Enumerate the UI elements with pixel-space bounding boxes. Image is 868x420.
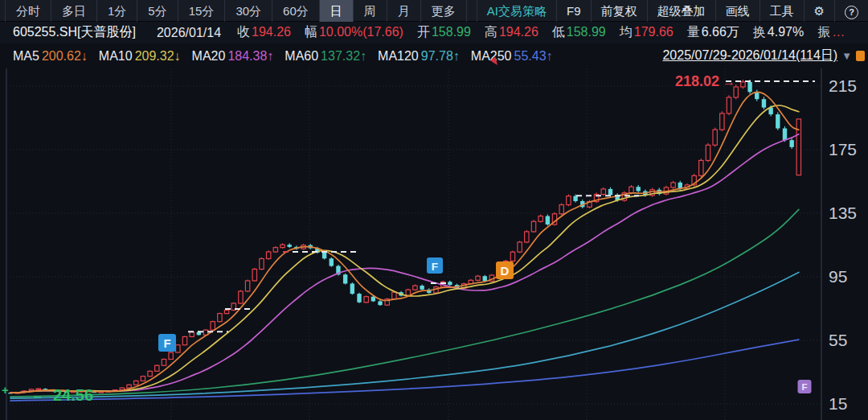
ma-legend-bar: MA5200.62↓MA10209.32↓MA20184.38↑MA60137.… bbox=[0, 43, 868, 68]
candle-body bbox=[280, 245, 285, 248]
tool-draw-line[interactable]: 画线 bbox=[715, 0, 760, 22]
period-tabs: 分时多日1分5分15分30分60分日周月更多 bbox=[0, 0, 467, 22]
candle-body bbox=[252, 270, 256, 281]
settings-gear-icon[interactable]: ⚙ bbox=[804, 0, 834, 22]
tool-forward-adjust[interactable]: 前复权 bbox=[591, 0, 647, 22]
candle-body bbox=[476, 276, 480, 280]
quote-field-amplitude: 振… bbox=[817, 24, 845, 41]
candle-body bbox=[720, 113, 724, 130]
candle-body bbox=[776, 114, 780, 128]
candle-body bbox=[176, 345, 180, 352]
candle-body bbox=[127, 385, 131, 388]
help-icon[interactable]: ? bbox=[834, 0, 868, 22]
ma60-value: MA60137.32↑ bbox=[285, 49, 366, 64]
candle-body bbox=[637, 187, 641, 191]
period-toolbar: 分时多日1分5分15分30分60分日周月更多 AI交易策略F9前复权超级叠加画线… bbox=[0, 0, 868, 22]
candle-body bbox=[182, 336, 186, 344]
candle-body bbox=[330, 258, 334, 266]
candle-body bbox=[706, 145, 710, 160]
candle-body bbox=[601, 189, 605, 195]
candle-body bbox=[559, 205, 563, 214]
candlestick-chart[interactable]: 215175135955515FFDF218.02→24.56←+ bbox=[0, 68, 868, 420]
quote-field-high: 高194.26 bbox=[485, 24, 538, 41]
candle-body bbox=[789, 140, 793, 147]
tab-15min[interactable]: 15分 bbox=[178, 0, 226, 22]
candle-body bbox=[747, 82, 751, 92]
signal-badge-letter: F bbox=[432, 261, 438, 273]
tool-ai-strategy[interactable]: AI交易策略 bbox=[477, 0, 556, 22]
tool-tools[interactable]: 工具 bbox=[760, 0, 804, 22]
price-annotation: + bbox=[2, 383, 9, 397]
candle-body bbox=[371, 297, 375, 302]
ma120-value: MA12097.78↑ bbox=[378, 49, 460, 64]
quote-field-low: 低158.99 bbox=[552, 24, 606, 41]
chevron-down-icon[interactable]: ▼ bbox=[841, 50, 852, 62]
tool-f9[interactable]: F9 bbox=[556, 0, 591, 22]
tab-30min[interactable]: 30分 bbox=[225, 0, 272, 22]
quote-field-volume: 量6.66万 bbox=[687, 24, 739, 41]
candle-body bbox=[573, 196, 577, 201]
y-axis-label: 95 bbox=[829, 267, 847, 286]
candle-body bbox=[266, 252, 270, 258]
candle-body bbox=[197, 332, 201, 336]
candle-body bbox=[273, 248, 277, 252]
signal-badge-letter: D bbox=[501, 264, 510, 278]
candle-body bbox=[510, 252, 514, 261]
candle-body bbox=[392, 292, 396, 299]
y-axis-label: 135 bbox=[829, 204, 857, 222]
candle-body bbox=[169, 352, 173, 359]
tab-duori[interactable]: 多日 bbox=[51, 0, 97, 22]
signal-badge-letter: F bbox=[801, 382, 807, 392]
candle-body bbox=[796, 119, 800, 175]
y-axis-label: 175 bbox=[829, 140, 857, 159]
candle-body bbox=[525, 232, 529, 242]
candle-body bbox=[671, 183, 675, 187]
tab-1min[interactable]: 1分 bbox=[97, 0, 137, 22]
tab-5min[interactable]: 5分 bbox=[137, 0, 178, 22]
price-annotation: → bbox=[723, 75, 735, 89]
quote-fields: 收194.26幅10.00%(17.66)开158.99高194.26低158.… bbox=[237, 24, 858, 41]
ma10-line bbox=[10, 105, 799, 393]
candle-body bbox=[413, 286, 417, 290]
date-range-selector[interactable]: 2025/07/29-2026/01/14(114日) bbox=[662, 47, 837, 64]
y-axis-label: 55 bbox=[829, 331, 847, 349]
indicator-orange-icon[interactable] bbox=[856, 51, 865, 61]
tab-fenshi[interactable]: 分时 bbox=[5, 0, 51, 22]
candle-body bbox=[567, 196, 571, 205]
tab-60min[interactable]: 60分 bbox=[272, 0, 320, 22]
tab-day[interactable]: 日 bbox=[320, 0, 354, 22]
candle-body bbox=[288, 245, 292, 247]
candle-body bbox=[162, 360, 166, 366]
stock-chart-app: 分时多日1分5分15分30分60分日周月更多 AI交易策略F9前复权超级叠加画线… bbox=[0, 0, 868, 420]
price-annotation: ← bbox=[31, 388, 44, 401]
candle-body bbox=[699, 160, 703, 175]
candle-body bbox=[343, 274, 347, 283]
candle-body bbox=[713, 130, 717, 145]
toolbar-right: AI交易策略F9前复权超级叠加画线工具⚙? bbox=[477, 0, 868, 22]
candle-body bbox=[727, 97, 731, 113]
ma250-line bbox=[10, 340, 799, 401]
candle-body bbox=[190, 332, 194, 337]
candle-body bbox=[378, 301, 382, 305]
stock-code-name: 605255.SH[天普股份] bbox=[13, 24, 136, 41]
quote-field-turnover: 换4.97% bbox=[753, 24, 804, 41]
candle-body bbox=[483, 276, 487, 281]
candle-body bbox=[364, 297, 368, 303]
tab-more[interactable]: 更多 bbox=[421, 0, 467, 22]
tab-month[interactable]: 月 bbox=[387, 0, 421, 22]
candle-body bbox=[141, 377, 145, 381]
candle-body bbox=[322, 253, 326, 258]
y-axis-label: 215 bbox=[829, 76, 857, 95]
quote-date: 2026/01/14 bbox=[157, 26, 221, 40]
candle-body bbox=[546, 216, 550, 224]
ma120-line bbox=[10, 272, 799, 398]
ma20-line bbox=[10, 134, 799, 393]
quote-field-avg: 均179.66 bbox=[620, 24, 674, 41]
tool-super-overlay[interactable]: 超级叠加 bbox=[647, 0, 715, 22]
quote-field-close: 收194.26 bbox=[237, 24, 291, 41]
candle-body bbox=[762, 99, 766, 107]
ma5-line bbox=[10, 92, 799, 393]
quote-field-open: 开158.99 bbox=[417, 24, 471, 41]
candle-body bbox=[245, 281, 249, 291]
tab-week[interactable]: 周 bbox=[354, 0, 387, 22]
